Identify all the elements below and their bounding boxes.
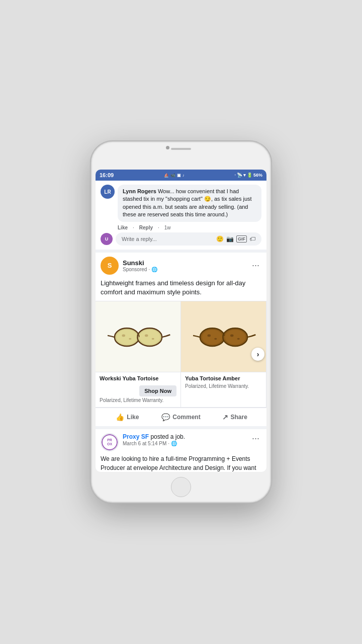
post-header-left: S Sunski Sponsored · 🌐 xyxy=(101,257,157,275)
svg-point-10 xyxy=(202,330,222,345)
svg-point-12 xyxy=(225,330,245,345)
brand-avatar: S xyxy=(101,257,119,275)
product-info-2: Yuba Tortoise Amber Polarized, Lifetime … xyxy=(181,372,266,393)
emoji-icon[interactable]: 🙂 xyxy=(216,235,224,243)
share-action-button[interactable]: ↗ Share xyxy=(208,410,261,424)
product-info-1: Workski Yuba Tortoise Shop Now Polarized… xyxy=(96,372,180,407)
battery-icon: 🔋 xyxy=(247,173,252,178)
job-author-text: Proxy SF posted a job. xyxy=(123,433,185,440)
volume-up-button[interactable] xyxy=(90,197,92,211)
reply-input-icons: 🙂 📷 GIF 🏷 xyxy=(216,235,255,243)
status-time: 16:09 xyxy=(100,172,114,178)
job-brand-name[interactable]: Proxy SF xyxy=(123,433,149,440)
thumbs-up-icon: 👍 xyxy=(116,413,124,421)
reply-placeholder: Write a reply... xyxy=(122,236,157,242)
comment-bubble: Lynn Rogers Wow... how convenient that I… xyxy=(118,185,261,222)
chevron-right-icon: › xyxy=(257,350,259,358)
phone-device: 16:09 ⛵ 📹 ▣ ♪ · 📡 ▾ 🔋 56% LR xyxy=(90,141,272,503)
product-carousel[interactable]: Workski Yuba Tortoise Shop Now Polarized… xyxy=(96,301,266,408)
ad-post-text: Lightweight frames and timeless design f… xyxy=(96,277,266,301)
carousel-next-button[interactable]: › xyxy=(251,348,264,361)
like-action-button[interactable]: 👍 Like xyxy=(101,410,154,424)
home-button[interactable] xyxy=(171,477,191,497)
job-action-text: posted a job. xyxy=(150,433,185,440)
wifi-icon: ▾ xyxy=(243,173,246,178)
status-right-icons: · 📡 ▾ 🔋 56% xyxy=(234,173,262,178)
svg-point-3 xyxy=(139,330,160,345)
svg-point-16 xyxy=(237,338,239,340)
more-options-button[interactable]: ··· xyxy=(250,260,261,271)
sticker-icon[interactable]: 🏷 xyxy=(249,235,255,243)
sunglasses-illustration-2 xyxy=(191,320,256,353)
battery-percent: 56% xyxy=(253,173,262,178)
proxy-sf-avatar: PROX xyxy=(101,433,119,451)
status-notification-icons: ⛵ 📹 ▣ ♪ xyxy=(164,173,185,178)
power-button[interactable] xyxy=(270,202,272,224)
svg-point-7 xyxy=(145,335,148,337)
notification-icon-1: ⛵ xyxy=(164,173,169,178)
share-label: Share xyxy=(231,414,247,421)
reply-input-row: U Write a reply... 🙂 📷 GIF 🏷 xyxy=(101,232,261,246)
job-post: PROX Proxy SF posted a job. March 6 at 5… xyxy=(96,429,266,472)
svg-point-15 xyxy=(230,335,234,337)
brand-info: Sunski Sponsored · 🌐 xyxy=(123,259,157,272)
post-header: S Sunski Sponsored · 🌐 ··· xyxy=(96,253,266,277)
sunglasses-illustration-1 xyxy=(106,320,171,353)
cast-icon: 📡 xyxy=(237,173,242,178)
product-name-1: Workski Yuba Tortoise xyxy=(100,375,176,381)
svg-point-8 xyxy=(151,338,154,340)
shop-now-button[interactable]: Shop Now xyxy=(139,385,176,396)
notification-icon-4: ♪ xyxy=(183,173,185,178)
comment-author: Lynn Rogers xyxy=(123,188,156,194)
job-globe-icon: 🌐 xyxy=(171,441,177,446)
gif-icon[interactable]: GIF xyxy=(236,235,247,243)
job-post-text: We are looking to hire a full-time Progr… xyxy=(101,454,261,472)
reply-user-avatar: U xyxy=(101,233,113,245)
post-actions: 👍 Like 💬 Comment ↗ Share xyxy=(96,408,266,426)
comment-section: LR Lynn Rogers Wow... how convenient tha… xyxy=(96,181,266,253)
comment-actions: Like · Reply · 1w xyxy=(101,225,261,230)
like-label: Like xyxy=(127,414,139,421)
job-post-header: PROX Proxy SF posted a job. March 6 at 5… xyxy=(101,433,261,451)
reply-input-container[interactable]: Write a reply... 🙂 📷 GIF 🏷 xyxy=(116,232,261,246)
phone-screen: 16:09 ⛵ 📹 ▣ ♪ · 📡 ▾ 🔋 56% LR xyxy=(96,170,266,472)
product-name-2: Yuba Tortoise Amber xyxy=(185,375,262,381)
job-date: March 6 at 5:14 PM xyxy=(123,441,166,446)
job-timestamp: March 6 at 5:14 PM · 🌐 xyxy=(123,441,185,446)
status-bar: 16:09 ⛵ 📹 ▣ ♪ · 📡 ▾ 🔋 56% xyxy=(96,170,266,181)
job-post-left: PROX Proxy SF posted a job. March 6 at 5… xyxy=(101,433,185,451)
comment-icon: 💬 xyxy=(161,413,170,421)
comment-action-button[interactable]: 💬 Comment xyxy=(154,410,208,424)
comment-item: LR Lynn Rogers Wow... how convenient tha… xyxy=(101,185,261,222)
comment-reply-action[interactable]: Reply xyxy=(139,225,153,230)
svg-point-1 xyxy=(116,330,137,345)
ad-post: S Sunski Sponsored · 🌐 ··· Li xyxy=(96,253,266,426)
sponsored-label: Sponsored · 🌐 xyxy=(123,267,157,272)
comment-like-action[interactable]: Like xyxy=(118,225,128,230)
globe-icon: 🌐 xyxy=(151,267,157,272)
camera-icon[interactable]: 📷 xyxy=(226,235,234,243)
brand-name[interactable]: Sunski xyxy=(123,259,157,267)
notification-icon-3: ▣ xyxy=(177,173,181,178)
product-desc-2: Polarized, Lifetime Warranty. xyxy=(185,383,262,389)
product-card-1: Workski Yuba Tortoise Shop Now Polarized… xyxy=(96,301,181,407)
commenter-avatar: LR xyxy=(101,185,115,199)
product-image-1 xyxy=(96,301,180,372)
share-icon: ↗ xyxy=(222,413,228,421)
news-feed[interactable]: LR Lynn Rogers Wow... how convenient tha… xyxy=(96,181,266,472)
svg-point-13 xyxy=(207,335,211,337)
svg-point-14 xyxy=(214,338,217,340)
product-image-2 xyxy=(181,301,266,372)
volume-down-button[interactable] xyxy=(90,216,92,230)
front-camera xyxy=(166,146,169,149)
job-more-options-button[interactable]: ··· xyxy=(250,433,261,444)
svg-point-6 xyxy=(129,338,131,340)
comment-time: 1w xyxy=(164,225,171,230)
notification-icon-2: 📹 xyxy=(170,173,175,178)
proxy-avatar-inner: PROX xyxy=(102,434,118,450)
comment-label: Comment xyxy=(172,414,200,421)
job-author-info: Proxy SF posted a job. March 6 at 5:14 P… xyxy=(123,433,185,451)
svg-point-5 xyxy=(122,335,125,337)
product-desc-1: Polarized, Lifetime Warranty. xyxy=(100,396,176,403)
signal-dot: · xyxy=(234,173,236,178)
